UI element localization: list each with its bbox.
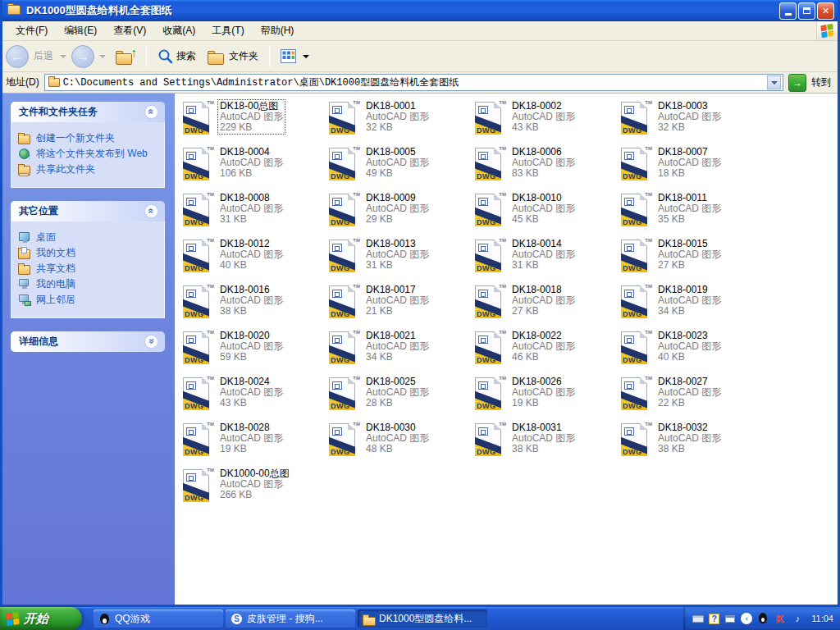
file-item[interactable]: TM DWG DK18-0007 AutoCAD 图形 18 KB bbox=[619, 144, 765, 190]
sidebar-item-share-folder[interactable]: 共享此文件夹 bbox=[18, 163, 159, 176]
sidebar-item-desktop[interactable]: 桌面 bbox=[18, 231, 159, 244]
sidebar-pane: 文件和文件夹任务 « 创建一个新文件夹 将这个文件夹发布到 Web 共享此文件夹 bbox=[11, 102, 165, 188]
file-item[interactable]: TM DWG DK18-0015 AutoCAD 图形 27 KB bbox=[619, 236, 765, 282]
file-item[interactable]: TM DWG DK18-0009 AutoCAD 图形 29 KB bbox=[327, 190, 473, 236]
file-item[interactable]: TM DWG DK18-0030 AutoCAD 图形 48 KB bbox=[327, 420, 473, 466]
file-item[interactable]: TM DWG DK18-0003 AutoCAD 图形 32 KB bbox=[619, 98, 765, 144]
shared-documents-icon bbox=[18, 263, 31, 275]
file-item[interactable]: TM DWG DK18-0032 AutoCAD 图形 38 KB bbox=[619, 420, 765, 466]
taskbar-task-button[interactable]: 皮肤管理 - 搜狗... bbox=[226, 609, 355, 628]
minimize-button[interactable] bbox=[779, 2, 797, 20]
menu-view[interactable]: 查看(V) bbox=[105, 21, 154, 40]
file-item[interactable]: TM DWG DK18-0006 AutoCAD 图形 83 KB bbox=[473, 144, 619, 190]
go-button[interactable]: → bbox=[788, 74, 806, 92]
file-item[interactable]: TM DWG DK18-0024 AutoCAD 图形 43 KB bbox=[181, 374, 327, 420]
file-item[interactable]: TM DWG DK18-00总图 AutoCAD 图形 229 KB bbox=[181, 98, 327, 144]
go-label: 转到 bbox=[811, 75, 831, 89]
dwg-file-icon: TM DWG bbox=[619, 284, 652, 320]
file-size: 266 KB bbox=[220, 490, 290, 500]
file-item[interactable]: TM DWG DK18-0025 AutoCAD 图形 28 KB bbox=[327, 374, 473, 420]
close-button[interactable]: ✕ bbox=[817, 2, 834, 20]
address-path[interactable]: C:\Documents and Settings\Administrator\… bbox=[63, 75, 767, 89]
file-size: 18 KB bbox=[658, 168, 721, 179]
file-item[interactable]: TM DWG DK18-0031 AutoCAD 图形 38 KB bbox=[473, 420, 619, 466]
kaspersky-icon[interactable]: K bbox=[774, 612, 787, 625]
keyboard-icon[interactable] bbox=[692, 612, 705, 625]
windows-flag-icon bbox=[6, 611, 19, 626]
file-item[interactable]: TM DWG DK18-0017 AutoCAD 图形 21 KB bbox=[327, 282, 473, 328]
sidebar-item-new-folder[interactable]: 创建一个新文件夹 bbox=[18, 132, 159, 144]
taskbar-task-button[interactable]: DK1000型圆盘给料... bbox=[358, 609, 487, 628]
start-button[interactable]: 开始 bbox=[0, 607, 82, 630]
file-item[interactable]: TM DWG DK18-0002 AutoCAD 图形 43 KB bbox=[473, 98, 619, 144]
views-dropdown-icon bbox=[303, 55, 309, 58]
menu-tools[interactable]: 工具(T) bbox=[203, 21, 252, 40]
views-button[interactable] bbox=[276, 47, 317, 66]
pane-title: 文件和文件夹任务 bbox=[19, 105, 98, 119]
hidden-icons-chevron-icon[interactable]: ‹ bbox=[741, 613, 752, 624]
file-item[interactable]: TM DWG DK18-0023 AutoCAD 图形 40 KB bbox=[619, 328, 765, 374]
file-item[interactable]: TM DWG DK18-0001 AutoCAD 图形 32 KB bbox=[327, 98, 473, 144]
file-item[interactable]: TM DWG DK18-0016 AutoCAD 图形 38 KB bbox=[181, 282, 327, 328]
address-combo[interactable]: C:\Documents and Settings\Administrator\… bbox=[44, 74, 783, 91]
restore-button[interactable] bbox=[798, 2, 815, 20]
address-dropdown-button[interactable] bbox=[767, 75, 781, 89]
file-item[interactable]: TM DWG DK18-0010 AutoCAD 图形 45 KB bbox=[473, 190, 619, 236]
file-item[interactable]: TM DWG DK18-0008 AutoCAD 图形 31 KB bbox=[181, 190, 327, 236]
menu-help[interactable]: 帮助(H) bbox=[253, 21, 303, 40]
search-button[interactable]: 搜索 bbox=[153, 46, 201, 66]
menu-file[interactable]: 文件(F) bbox=[7, 21, 56, 40]
file-item[interactable]: TM DWG DK18-0012 AutoCAD 图形 40 KB bbox=[181, 236, 327, 282]
file-size: 29 KB bbox=[366, 214, 429, 225]
file-item[interactable]: TM DWG DK18-0018 AutoCAD 图形 27 KB bbox=[473, 282, 619, 328]
back-button[interactable]: ← bbox=[6, 45, 29, 68]
task-label: 皮肤管理 - 搜狗... bbox=[247, 612, 323, 626]
file-item[interactable]: TM DWG DK18-0019 AutoCAD 图形 34 KB bbox=[619, 282, 765, 328]
file-item[interactable]: TM DWG DK18-0020 AutoCAD 图形 59 KB bbox=[181, 328, 327, 374]
sidebar-item-label: 网上邻居 bbox=[36, 294, 75, 306]
pane-header[interactable]: 文件和文件夹任务 « bbox=[11, 102, 165, 122]
file-item[interactable]: TM DWG DK18-0022 AutoCAD 图形 46 KB bbox=[473, 328, 619, 374]
menu-edit[interactable]: 编辑(E) bbox=[56, 21, 105, 40]
forward-button[interactable]: → bbox=[71, 45, 94, 68]
file-item[interactable]: TM DWG DK18-0026 AutoCAD 图形 19 KB bbox=[473, 374, 619, 420]
qq-icon[interactable] bbox=[756, 612, 769, 625]
forward-dropdown-icon[interactable] bbox=[99, 55, 106, 58]
dwg-file-icon: TM DWG bbox=[181, 146, 214, 182]
file-item[interactable]: TM DWG DK18-0013 AutoCAD 图形 31 KB bbox=[327, 236, 473, 282]
folders-button[interactable]: 文件夹 bbox=[203, 46, 263, 67]
file-item[interactable]: TM DWG DK18-0005 AutoCAD 图形 49 KB bbox=[327, 144, 473, 190]
file-item[interactable]: TM DWG DK18-0028 AutoCAD 图形 19 KB bbox=[181, 420, 327, 466]
file-size: 32 KB bbox=[366, 122, 429, 133]
sidebar-item-network[interactable]: 网上邻居 bbox=[18, 294, 159, 306]
file-item[interactable]: TM DWG DK1000-00总图 AutoCAD 图形 266 KB bbox=[181, 466, 327, 512]
sidebar-item-my-computer[interactable]: 我的电脑 bbox=[18, 278, 159, 290]
volume-icon[interactable]: ♪ bbox=[791, 612, 804, 625]
file-size: 34 KB bbox=[366, 352, 429, 363]
file-size: 21 KB bbox=[366, 306, 429, 317]
chevron-icon[interactable]: « bbox=[144, 105, 158, 119]
up-button[interactable]: ↑ bbox=[111, 46, 140, 67]
file-item[interactable]: TM DWG DK18-0021 AutoCAD 图形 34 KB bbox=[327, 328, 473, 374]
file-item[interactable]: TM DWG DK18-0027 AutoCAD 图形 22 KB bbox=[619, 374, 765, 420]
file-item[interactable]: TM DWG DK18-0014 AutoCAD 图形 31 KB bbox=[473, 236, 619, 282]
pane-header[interactable]: 详细信息 « bbox=[11, 331, 165, 352]
sidebar-item-my-documents[interactable]: 我的文档 bbox=[18, 247, 159, 259]
taskbar-task-button[interactable]: QQ游戏 bbox=[94, 609, 223, 628]
dwg-file-icon: TM DWG bbox=[327, 330, 360, 366]
dwg-file-icon: TM DWG bbox=[327, 192, 360, 228]
sidebar-item-publish-web[interactable]: 将这个文件夹发布到 Web bbox=[18, 148, 159, 160]
language-bar-icon[interactable] bbox=[724, 612, 737, 625]
file-item[interactable]: TM DWG DK18-0004 AutoCAD 图形 106 KB bbox=[181, 144, 327, 190]
file-item[interactable]: TM DWG DK18-0011 AutoCAD 图形 35 KB bbox=[619, 190, 765, 236]
ime-help-icon[interactable]: ? bbox=[709, 614, 719, 624]
chevron-icon[interactable]: « bbox=[144, 335, 158, 349]
back-dropdown-icon[interactable] bbox=[60, 55, 66, 58]
pane-header[interactable]: 其它位置 « bbox=[11, 201, 165, 221]
chevron-icon[interactable]: « bbox=[144, 204, 158, 218]
sidebar-item-shared-documents[interactable]: 共享文档 bbox=[18, 262, 159, 275]
menu-favorites[interactable]: 收藏(A) bbox=[154, 21, 203, 40]
sidebar-item-label: 共享文档 bbox=[36, 262, 75, 275]
file-size: 38 KB bbox=[220, 306, 283, 317]
sidebar-item-label: 我的文档 bbox=[36, 247, 75, 259]
